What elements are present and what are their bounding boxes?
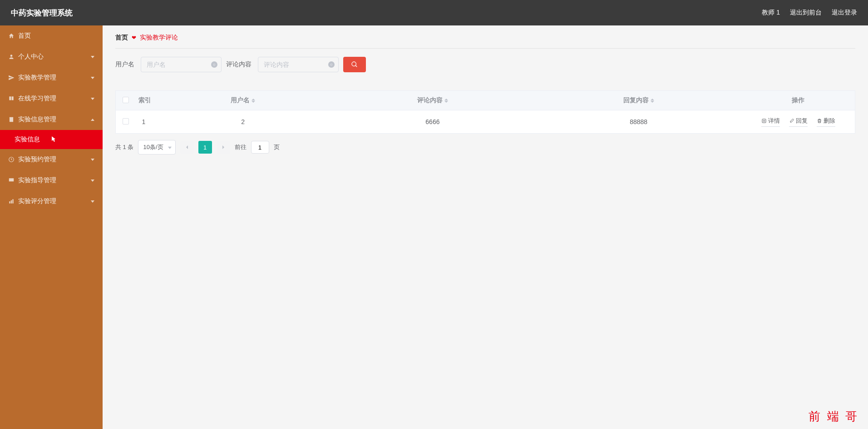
table-row: 1 2 6666 88888 详情 回复 — [116, 110, 855, 134]
sidebar-label: 个人中心 — [18, 53, 44, 61]
table-header-row: 索引 用户名 评论内容 回复内容 操作 — [116, 91, 855, 110]
app-header: 中药实验管理系统 教师 1 退出到前台 退出登录 — [0, 0, 868, 25]
chevron-down-icon — [91, 200, 94, 203]
content-input[interactable] — [264, 61, 325, 68]
sidebar-label: 首页 — [18, 32, 31, 40]
svg-point-0 — [10, 55, 13, 57]
sidebar-item-profile[interactable]: 个人中心 — [0, 46, 103, 67]
sidebar-item-scoring[interactable]: 实验评分管理 — [0, 191, 103, 212]
heart-icon: ❤ — [132, 35, 136, 41]
svg-rect-5 — [11, 200, 12, 204]
sidebar-sublabel: 实验信息 — [15, 135, 40, 144]
send-icon — [8, 75, 15, 81]
chevron-right-icon — [221, 145, 226, 150]
reply-button[interactable]: 回复 — [789, 117, 808, 127]
col-actions: 操作 — [792, 96, 804, 104]
chevron-down-icon — [91, 77, 94, 79]
back-to-frontend-link[interactable]: 退出到前台 — [790, 9, 822, 17]
chevron-up-icon — [91, 119, 94, 121]
search-icon — [351, 61, 358, 68]
cell-index: 1 — [136, 110, 157, 134]
sort-icon[interactable] — [651, 99, 654, 103]
sidebar-item-learning[interactable]: 在线学习管理 — [0, 88, 103, 109]
svg-line-8 — [355, 65, 357, 67]
sidebar-item-home[interactable]: 首页 — [0, 25, 103, 46]
delete-icon — [817, 118, 822, 124]
col-index: 索引 — [138, 96, 151, 104]
chevron-down-icon — [91, 159, 94, 161]
col-reply[interactable]: 回复内容 — [623, 96, 649, 104]
col-comment[interactable]: 评论内容 — [417, 96, 443, 104]
row-checkbox[interactable] — [123, 118, 129, 125]
svg-rect-1 — [10, 117, 13, 122]
cell-actions: 详情 回复 删除 — [742, 110, 855, 134]
breadcrumb: 首页 ❤ 实验教学评论 — [115, 34, 855, 49]
watermark: 前 端 哥 — [809, 409, 859, 424]
svg-rect-9 — [762, 119, 766, 123]
delete-button[interactable]: 删除 — [817, 117, 835, 127]
home-icon — [8, 33, 15, 39]
sidebar-label: 实验评分管理 — [18, 197, 56, 205]
sidebar: 首页 个人中心 实验教学管理 — [0, 25, 103, 429]
header-actions: 教师 1 退出到前台 退出登录 — [762, 9, 857, 17]
sidebar-label: 实验指导管理 — [18, 176, 56, 185]
svg-rect-6 — [12, 199, 13, 203]
goto-prefix: 前往 — [235, 143, 247, 151]
chevron-down-icon — [91, 180, 94, 182]
chevron-down-icon — [91, 56, 94, 58]
detail-icon — [761, 118, 767, 124]
chevron-down-icon — [91, 98, 94, 100]
prev-page-button[interactable] — [180, 141, 194, 154]
page-1-button[interactable]: 1 — [198, 141, 212, 154]
search-bar: 用户名 ○ 评论内容 ○ — [115, 57, 855, 72]
sidebar-label: 实验预约管理 — [18, 155, 56, 164]
sidebar-subitem-experiment-info[interactable]: 实验信息 — [0, 130, 103, 149]
main-content: 首页 ❤ 实验教学评论 用户名 ○ 评论内容 ○ 索引 — [103, 25, 868, 429]
svg-point-7 — [352, 62, 356, 66]
cursor-icon — [51, 136, 56, 144]
breadcrumb-home[interactable]: 首页 — [115, 34, 128, 42]
username-input-wrap: ○ — [141, 57, 222, 72]
detail-button[interactable]: 详情 — [761, 117, 780, 127]
book-icon — [8, 95, 15, 102]
comments-table: 索引 用户名 评论内容 回复内容 操作 1 2 6666 88888 — [115, 90, 855, 134]
goto-suffix: 页 — [274, 143, 280, 151]
current-user[interactable]: 教师 1 — [762, 9, 780, 17]
sidebar-label: 在线学习管理 — [18, 95, 56, 103]
col-username[interactable]: 用户名 — [231, 96, 250, 104]
username-input[interactable] — [147, 61, 207, 68]
pagination: 共 1 条 10条/页 1 前往 页 — [115, 140, 855, 155]
sidebar-label: 实验信息管理 — [18, 115, 56, 124]
page-size-select[interactable]: 10条/页 — [138, 140, 175, 155]
select-all-checkbox[interactable] — [123, 97, 129, 103]
sidebar-item-teaching[interactable]: 实验教学管理 — [0, 67, 103, 88]
sidebar-item-reservation[interactable]: 实验预约管理 — [0, 149, 103, 170]
chart-icon — [8, 198, 15, 205]
content-label: 评论内容 — [226, 60, 252, 69]
cell-username: 2 — [157, 110, 330, 134]
clock-icon — [8, 156, 15, 163]
svg-rect-4 — [9, 201, 10, 204]
cell-reply: 88888 — [536, 110, 742, 134]
goto-page-input[interactable] — [251, 141, 269, 154]
sort-icon[interactable] — [252, 99, 255, 103]
file-icon — [8, 116, 15, 123]
cell-comment: 6666 — [330, 110, 536, 134]
logout-link[interactable]: 退出登录 — [832, 9, 857, 17]
sidebar-item-experiment-info[interactable]: 实验信息管理 — [0, 109, 103, 130]
clear-icon[interactable]: ○ — [211, 61, 217, 68]
sidebar-item-guidance[interactable]: 实验指导管理 — [0, 170, 103, 191]
next-page-button[interactable] — [217, 141, 230, 154]
total-count: 共 1 条 — [115, 143, 133, 151]
username-label: 用户名 — [115, 60, 134, 69]
sort-icon[interactable] — [444, 99, 448, 103]
clear-icon[interactable]: ○ — [328, 61, 335, 68]
user-icon — [8, 54, 15, 60]
app-title: 中药实验管理系统 — [11, 8, 73, 18]
chevron-left-icon — [185, 145, 189, 150]
svg-rect-3 — [9, 178, 14, 181]
monitor-icon — [8, 177, 15, 184]
content-input-wrap: ○ — [258, 57, 339, 72]
edit-icon — [789, 118, 794, 124]
search-button[interactable] — [343, 57, 366, 72]
